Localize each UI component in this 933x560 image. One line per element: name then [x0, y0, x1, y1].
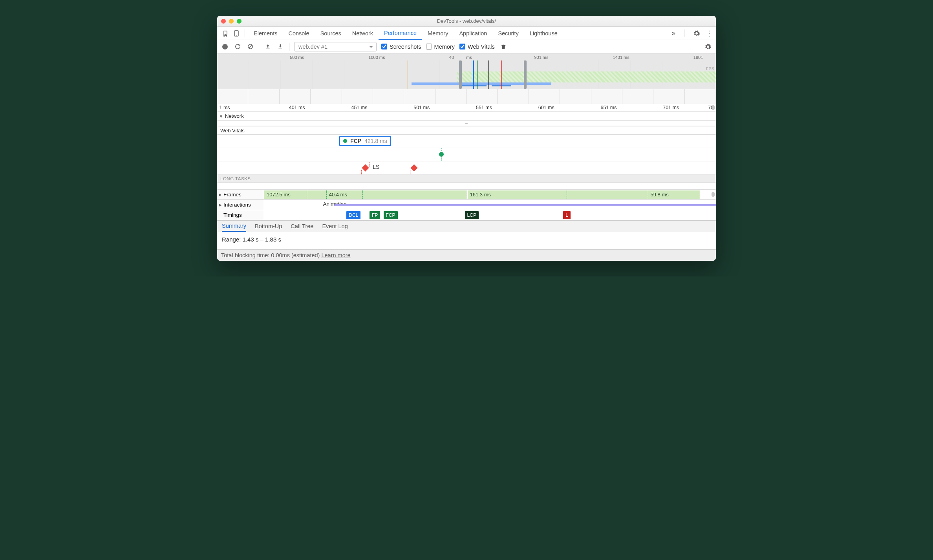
- interactions-track[interactable]: ▶ Interactions Animation: [217, 200, 716, 210]
- frame-segment[interactable]: [307, 190, 326, 199]
- clear-button[interactable]: [246, 43, 254, 51]
- profile-selector-label: web.dev #1: [298, 44, 327, 50]
- learn-more-link[interactable]: Learn more: [321, 252, 350, 258]
- tab-performance[interactable]: Performance: [379, 27, 422, 40]
- webvitals-section-label: Web Vitals: [220, 128, 245, 134]
- screenshots-checkbox[interactable]: Screenshots: [381, 44, 421, 50]
- frame-segment[interactable]: [363, 190, 468, 199]
- overview-body[interactable]: FPS CPU NET: [217, 60, 716, 89]
- reload-record-button[interactable]: [234, 43, 241, 51]
- overview-screenshot-strip[interactable]: [217, 89, 716, 104]
- frame-segment[interactable]: 59.8 ms: [648, 190, 700, 199]
- svg-line-3: [249, 45, 252, 48]
- trash-icon[interactable]: [499, 43, 507, 51]
- total-blocking-time: Total blocking time: 0.00ms (estimated): [221, 252, 320, 258]
- more-tabs-icon[interactable]: »: [671, 29, 675, 37]
- tab-application[interactable]: Application: [454, 27, 492, 40]
- overview-ruler: 500 ms 1000 ms 40 ms 901 ms 1401 ms 1901…: [217, 55, 716, 60]
- window-title: DevTools - web.dev/vitals/: [217, 18, 716, 24]
- frames-body[interactable]: 1072.5 ms40.4 ms161.3 ms59.8 ms: [264, 190, 716, 199]
- details-tabstrip: Summary Bottom-Up Call Tree Event Log: [217, 220, 716, 232]
- network-section-header[interactable]: ▼ Network: [217, 112, 716, 121]
- kebab-menu-icon[interactable]: ⋮: [706, 29, 712, 38]
- long-tasks-header[interactable]: LONG TASKS: [217, 175, 716, 183]
- close-button[interactable]: [221, 19, 226, 24]
- timeline-overview[interactable]: 500 ms 1000 ms 40 ms 901 ms 1401 ms 1901…: [217, 53, 716, 104]
- frame-segment[interactable]: [567, 190, 648, 199]
- frames-header[interactable]: ▶ Frames: [217, 190, 264, 199]
- timing-badge-l[interactable]: L: [563, 211, 571, 219]
- devtools-window: DevTools - web.dev/vitals/ Elements Cons…: [217, 16, 716, 261]
- tab-elements[interactable]: Elements: [248, 27, 283, 40]
- memory-checkbox[interactable]: Memory: [426, 44, 455, 50]
- tab-security[interactable]: Security: [492, 27, 524, 40]
- tab-event-log[interactable]: Event Log: [322, 221, 348, 232]
- traffic-lights: [221, 19, 241, 24]
- long-tasks-lane[interactable]: [217, 183, 716, 190]
- timing-badge-dcl[interactable]: DCL: [346, 211, 360, 219]
- tab-summary[interactable]: Summary: [222, 221, 246, 232]
- network-section-label: Network: [225, 113, 244, 119]
- tab-call-tree[interactable]: Call Tree: [291, 221, 313, 232]
- flame-ruler[interactable]: 1 ms 401 ms 451 ms 501 ms 551 ms 601 ms …: [217, 104, 716, 112]
- webvitals-lane-fcp[interactable]: FCP 421.8 ms: [217, 135, 716, 148]
- tab-network[interactable]: Network: [347, 27, 379, 40]
- timing-badge-fcp[interactable]: FCP: [384, 211, 398, 219]
- frame-segment[interactable]: 1072.5 ms: [264, 190, 307, 199]
- chevron-down-icon: ▼: [217, 114, 225, 119]
- tab-console[interactable]: Console: [283, 27, 315, 40]
- webvitals-checkbox-input[interactable]: [459, 44, 465, 49]
- overview-handle-left[interactable]: [459, 60, 462, 89]
- minimize-button[interactable]: [229, 19, 234, 24]
- frame-segment[interactable]: 161.3 ms: [468, 190, 567, 199]
- fcp-dot-icon: [343, 139, 347, 143]
- frames-track[interactable]: ▶ Frames 1072.5 ms40.4 ms161.3 ms59.8 ms: [217, 190, 716, 200]
- svg-point-1: [236, 35, 237, 36]
- timing-badge-fp[interactable]: FP: [370, 211, 380, 219]
- inspect-icon[interactable]: [221, 30, 231, 37]
- animation-bar[interactable]: [334, 204, 716, 206]
- ruler-scrollbar[interactable]: [712, 105, 715, 110]
- tab-bottom-up[interactable]: Bottom-Up: [255, 221, 282, 232]
- overview-handle-right[interactable]: [524, 60, 527, 89]
- timings-header[interactable]: ▶ Timings: [217, 210, 264, 220]
- panel-tabstrip: Elements Console Sources Network Perform…: [217, 27, 716, 40]
- webvitals-label: Web Vitals: [468, 44, 495, 50]
- settings-gear-icon[interactable]: [693, 30, 700, 37]
- frames-label: Frames: [223, 192, 241, 198]
- save-profile-icon[interactable]: [276, 43, 284, 51]
- tab-memory[interactable]: Memory: [422, 27, 454, 40]
- frames-scrollbar[interactable]: [712, 192, 715, 197]
- webvitals-lane-ls[interactable]: LS: [217, 161, 716, 175]
- webvitals-checkbox[interactable]: Web Vitals: [459, 44, 495, 50]
- tab-sources[interactable]: Sources: [315, 27, 347, 40]
- webvitals-lane-lcp[interactable]: [217, 148, 716, 161]
- screenshots-checkbox-input[interactable]: [381, 44, 387, 49]
- network-collapsed-grip[interactable]: ···: [217, 121, 716, 126]
- long-tasks-label: LONG TASKS: [220, 176, 251, 181]
- record-button[interactable]: [221, 43, 229, 51]
- frame-segment[interactable]: 40.4 ms: [327, 190, 363, 199]
- timing-badge-lcp[interactable]: LCP: [465, 211, 479, 219]
- memory-label: Memory: [434, 44, 455, 50]
- layout-shift-marker[interactable]: [362, 164, 369, 171]
- timings-label: Timings: [223, 212, 242, 218]
- timings-body[interactable]: DCLFPFCPLCPL: [264, 210, 716, 220]
- interactions-header[interactable]: ▶ Interactions: [217, 200, 264, 210]
- webvitals-section-header[interactable]: Web Vitals: [217, 126, 716, 135]
- profile-selector[interactable]: web.dev #1: [294, 42, 377, 51]
- chevron-right-icon: ▶: [219, 192, 222, 197]
- load-profile-icon[interactable]: [264, 43, 272, 51]
- layout-shift-marker[interactable]: [411, 164, 418, 171]
- device-toggle-icon[interactable]: [231, 30, 241, 37]
- fcp-tooltip[interactable]: FCP 421.8 ms: [339, 136, 391, 146]
- memory-checkbox-input[interactable]: [426, 44, 432, 49]
- screenshots-label: Screenshots: [390, 44, 421, 50]
- lcp-marker[interactable]: [439, 152, 444, 157]
- capture-settings-gear-icon[interactable]: [704, 43, 712, 51]
- maximize-button[interactable]: [237, 19, 241, 24]
- tab-lighthouse[interactable]: Lighthouse: [524, 27, 563, 40]
- interactions-label: Interactions: [223, 202, 251, 208]
- interactions-body[interactable]: Animation: [264, 200, 716, 210]
- timings-track[interactable]: ▶ Timings DCLFPFCPLCPL: [217, 210, 716, 220]
